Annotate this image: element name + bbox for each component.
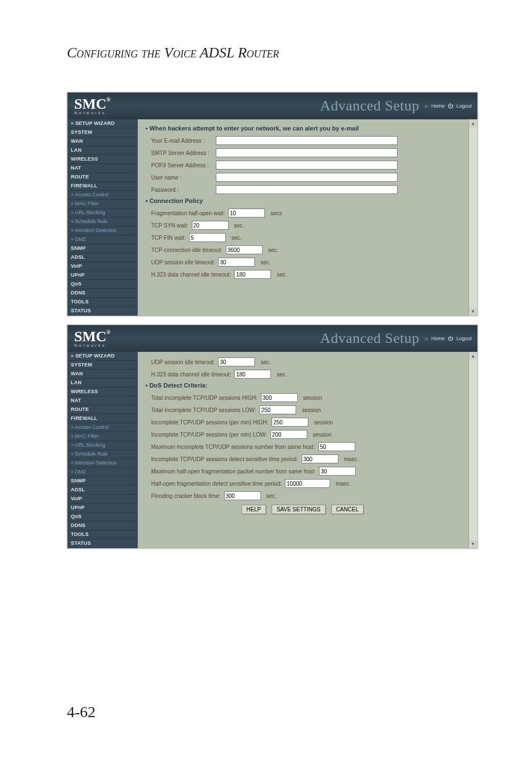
logout-icon-2[interactable]: ⏻ (448, 336, 453, 341)
sidebar-wireless[interactable]: WIRELESS (67, 155, 138, 164)
save-settings-button[interactable]: SAVE SETTINGS (272, 505, 326, 514)
sidebar2-dmz[interactable]: DMZ (67, 468, 138, 477)
sidebar2-snmp[interactable]: SNMP (67, 477, 138, 486)
top-links-2: ⌂ Home ⏻ Logout (425, 336, 472, 341)
sidebar-ddns[interactable]: DDNS (67, 289, 138, 298)
scrollbar-2[interactable]: ▴ ▾ (468, 352, 477, 548)
sidebar2-lan[interactable]: LAN (67, 379, 138, 388)
page-number: 4-62 (67, 703, 95, 721)
fin-label: TCP FIN wait: (151, 235, 186, 241)
detect-period-unit: msec. (344, 456, 359, 462)
sidebar2-system[interactable]: SYSTEM (67, 361, 138, 370)
udp2-input[interactable] (218, 357, 255, 366)
sidebar2-firewall[interactable]: FIREWALL (67, 414, 138, 423)
sidebar-intrusion-detection[interactable]: Intrusion Detection (67, 226, 138, 235)
udp-label: UDP session idle timeout: (151, 259, 215, 265)
flood-input[interactable] (224, 491, 261, 500)
connection-policy-heading: Connection Policy (146, 197, 460, 204)
sidebar2-setup-wizard[interactable]: » SETUP WIZARD (67, 352, 138, 361)
inc-low-input[interactable] (259, 405, 296, 414)
brand-subtext-2: Networks (74, 343, 110, 348)
sidebar2-nat[interactable]: NAT (67, 396, 138, 405)
scroll-up-icon[interactable]: ▴ (469, 119, 477, 128)
sidebar2-ddns[interactable]: DDNS (67, 521, 138, 530)
sidebar-schedule-rule[interactable]: Schedule Rule (67, 217, 138, 226)
sidebar2-status[interactable]: STATUS (67, 539, 138, 548)
sidebar-voip[interactable]: VoIP (67, 262, 138, 271)
logout-link[interactable]: Logout (456, 103, 472, 109)
username-input[interactable] (216, 173, 398, 182)
sidebar-firewall[interactable]: FIREWALL (67, 182, 138, 191)
inc-low-label: Total incomplete TCP/UDP sessions LOW: (151, 407, 256, 413)
home-icon[interactable]: ⌂ (425, 103, 428, 109)
panel-header-2: SMC® Networks Advanced Setup ⌂ Home ⏻ Lo… (67, 325, 477, 352)
home-link-2[interactable]: Home (431, 336, 444, 341)
sidebar-adsl[interactable]: ADSL (67, 253, 138, 262)
sidebar-lan[interactable]: LAN (67, 146, 138, 155)
sidebar-dmz[interactable]: DMZ (67, 235, 138, 244)
sidebar-wan[interactable]: WAN (67, 137, 138, 146)
max-frag-input[interactable] (319, 467, 356, 476)
logout-link-2[interactable]: Logout (456, 336, 472, 341)
udp-unit: sec. (260, 259, 270, 265)
sidebar-nat[interactable]: NAT (67, 164, 138, 173)
scroll-down-icon-2[interactable]: ▾ (469, 540, 477, 548)
inc-high-label: Total incomplete TCP/UDP sessions HIGH: (151, 395, 258, 401)
syn-label: TCP SYN wait: (151, 222, 188, 229)
inc-high-unit: session (303, 395, 322, 401)
frag-period-input[interactable] (285, 479, 330, 488)
sidebar2-upnp[interactable]: UPnP (67, 504, 138, 512)
scrollbar[interactable]: ▴ ▾ (468, 119, 477, 316)
email-input[interactable] (216, 136, 398, 145)
router-panel-top: SMC® Networks Advanced Setup ⌂ Home ⏻ Lo… (67, 92, 478, 316)
sidebar-status[interactable]: STATUS (67, 307, 138, 316)
h3232-input[interactable] (234, 370, 271, 379)
idle-input[interactable] (226, 245, 263, 254)
cancel-button[interactable]: CANCEL (331, 505, 364, 514)
pm-low-input[interactable] (270, 430, 307, 439)
scroll-up-icon-2[interactable]: ▴ (469, 352, 477, 360)
help-button[interactable]: HELP (241, 505, 266, 514)
inc-high-input[interactable] (261, 393, 298, 402)
pop3-input[interactable] (216, 161, 398, 170)
home-link[interactable]: Home (431, 103, 444, 109)
udp2-label: UDP session idle timeout: (151, 359, 215, 365)
scroll-down-icon[interactable]: ▾ (469, 307, 477, 316)
udp2-unit: sec. (260, 359, 270, 365)
router-panel-bottom: SMC® Networks Advanced Setup ⌂ Home ⏻ Lo… (67, 325, 478, 549)
sidebar2-schedule-rule[interactable]: Schedule Rule (67, 450, 138, 459)
sidebar-upnp[interactable]: UPnP (67, 271, 138, 280)
sidebar2-url-blocking[interactable]: URL Blocking (67, 441, 138, 450)
sidebar-snmp[interactable]: SNMP (67, 244, 138, 253)
sidebar-route[interactable]: ROUTE (67, 173, 138, 182)
sidebar2-route[interactable]: ROUTE (67, 405, 138, 414)
sidebar-system[interactable]: SYSTEM (67, 128, 138, 137)
sidebar2-access-control[interactable]: Access Control (67, 423, 138, 432)
sidebar2-tools[interactable]: TOOLS (67, 530, 138, 539)
sidebar2-wireless[interactable]: WIRELESS (67, 388, 138, 396)
udp-input[interactable] (218, 258, 255, 267)
smtp-input[interactable] (216, 148, 398, 157)
sidebar-mac-filter[interactable]: MAC Filter (67, 200, 138, 209)
sidebar2-mac-filter[interactable]: MAC Filter (67, 432, 138, 441)
sidebar2-adsl[interactable]: ADSL (67, 486, 138, 495)
sidebar2-intrusion-detection[interactable]: Intrusion Detection (67, 459, 138, 468)
fin-input[interactable] (189, 233, 226, 242)
h323-input[interactable] (234, 270, 271, 279)
sidebar-qos[interactable]: QoS (67, 280, 138, 289)
detect-period-input[interactable] (302, 454, 338, 463)
sidebar-url-blocking[interactable]: URL Blocking (67, 209, 138, 217)
logout-icon[interactable]: ⏻ (448, 103, 453, 109)
frag-input[interactable] (228, 209, 265, 217)
syn-input[interactable] (192, 221, 229, 230)
sidebar-tools[interactable]: TOOLS (67, 298, 138, 307)
pm-high-input[interactable] (272, 418, 308, 427)
sidebar-access-control[interactable]: Access Control (67, 191, 138, 200)
password-input[interactable] (216, 185, 398, 194)
home-icon-2[interactable]: ⌂ (425, 336, 428, 341)
sidebar-setup-wizard[interactable]: » SETUP WIZARD (67, 119, 138, 128)
max-same-input[interactable] (318, 442, 355, 451)
sidebar2-voip[interactable]: VoIP (67, 495, 138, 504)
sidebar2-wan[interactable]: WAN (67, 370, 138, 379)
sidebar2-qos[interactable]: QoS (67, 512, 138, 521)
